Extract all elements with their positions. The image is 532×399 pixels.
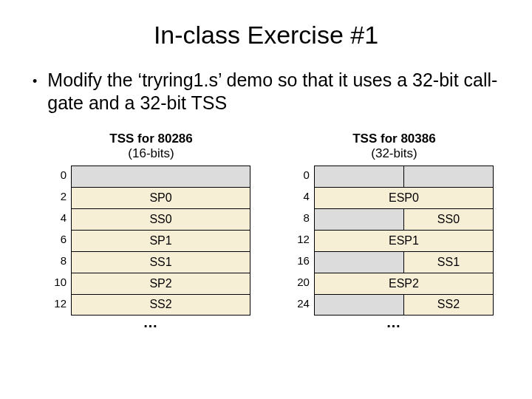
slide: In-class Exercise #1 • Modify the ‘tryri… (0, 0, 532, 399)
row-cell-upper (314, 251, 403, 273)
row-cell-upper (314, 208, 403, 230)
row-cell-lower: SS1 (403, 251, 494, 273)
row-label (71, 166, 250, 187)
table-row: 12 SS2 (52, 294, 250, 316)
row-offset: 24 (295, 294, 314, 316)
table-row: 0 (295, 166, 494, 187)
row-label: SP1 (71, 230, 250, 251)
row-offset: 4 (52, 208, 71, 230)
bullet-text: Modify the ‘tryring1.s’ demo so that it … (47, 69, 502, 115)
ellipsis-icon: … (295, 314, 494, 331)
table-row: 0 (52, 166, 250, 187)
row-offset: 4 (295, 187, 314, 208)
row-offset: 0 (52, 166, 71, 187)
table-row: 2 SP0 (52, 187, 250, 208)
row-label: ESP2 (314, 273, 494, 294)
row-cell-upper (314, 166, 403, 187)
tss-32bit-body: 0 4 ESP0 8 SS0 12 ESP1 (295, 166, 494, 316)
row-cell-upper (314, 294, 403, 316)
row-label: SP2 (71, 273, 250, 294)
row-cell-lower (403, 166, 494, 187)
bullet-item: • Modify the ‘tryring1.s’ demo so that i… (33, 69, 502, 115)
table-row: 8 SS1 (52, 251, 250, 273)
table-row: 8 SS0 (295, 208, 494, 230)
tss-tables: TSS for 80286 (16-bits) 0 2 SP0 4 SS0 6 (30, 132, 502, 331)
table-row: 20 ESP2 (295, 273, 494, 294)
row-offset: 8 (295, 208, 314, 230)
row-label: SP0 (71, 187, 250, 208)
row-offset: 16 (295, 251, 314, 273)
tss-32bit-title: TSS for 80386 (295, 132, 494, 146)
row-offset: 10 (52, 273, 71, 294)
row-label: ESP1 (314, 230, 494, 251)
tss-32bit-subtitle: (32-bits) (295, 146, 494, 161)
row-offset: 20 (295, 273, 314, 294)
row-label: SS0 (71, 208, 250, 230)
tss-32bit-header: TSS for 80386 (32-bits) (295, 132, 494, 161)
table-row: 6 SP1 (52, 230, 250, 251)
tss-32bit: TSS for 80386 (32-bits) 0 4 ESP0 8 (295, 132, 494, 331)
ellipsis-icon: … (52, 314, 250, 331)
table-row: 4 ESP0 (295, 187, 494, 208)
table-row: 10 SP2 (52, 273, 250, 294)
row-label: SS1 (71, 251, 250, 273)
table-row: 24 SS2 (295, 294, 494, 316)
row-cell-lower: SS2 (403, 294, 494, 316)
table-row: 12 ESP1 (295, 230, 494, 251)
bullet-dot-icon: • (33, 73, 37, 90)
row-label: SS2 (71, 294, 250, 316)
tss-16bit: TSS for 80286 (16-bits) 0 2 SP0 4 SS0 6 (52, 132, 250, 331)
row-offset: 12 (52, 294, 71, 316)
row-offset: 6 (52, 230, 71, 251)
row-label: ESP0 (314, 187, 494, 208)
row-offset: 0 (295, 166, 314, 187)
tss-16bit-title: TSS for 80286 (52, 132, 250, 146)
table-row: 16 SS1 (295, 251, 494, 273)
row-offset: 12 (295, 230, 314, 251)
tss-16bit-header: TSS for 80286 (16-bits) (52, 132, 250, 161)
row-cell-lower: SS0 (403, 208, 494, 230)
table-row: 4 SS0 (52, 208, 250, 230)
row-offset: 8 (52, 251, 71, 273)
row-offset: 2 (52, 187, 71, 208)
slide-title: In-class Exercise #1 (30, 21, 502, 50)
tss-16bit-subtitle: (16-bits) (52, 146, 250, 161)
tss-16bit-body: 0 2 SP0 4 SS0 6 SP1 8 SS1 (52, 166, 250, 316)
